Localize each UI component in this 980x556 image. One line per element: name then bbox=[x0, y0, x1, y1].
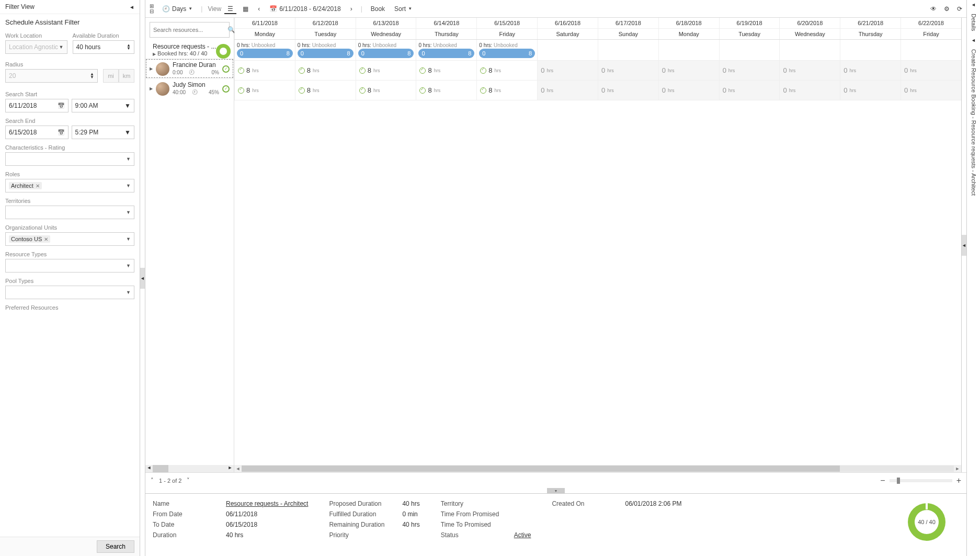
work-location-select[interactable]: Location Agnostic ▼ bbox=[5, 40, 67, 54]
date-range-button[interactable]: 📅 6/11/2018 - 6/24/2018 bbox=[266, 4, 344, 14]
schedule-cell[interactable]: 0hrs bbox=[901, 61, 961, 80]
caret-down-icon: ▼ bbox=[126, 156, 131, 162]
spinner-icon[interactable]: ▲▼ bbox=[127, 44, 131, 50]
status-link[interactable]: Active bbox=[514, 531, 531, 539]
left-collapse-rail: ◄ bbox=[140, 0, 145, 556]
book-button[interactable]: Book bbox=[368, 4, 388, 14]
refresh-icon[interactable]: ⟳ bbox=[957, 5, 962, 13]
proposed-value: 40 hrs bbox=[402, 500, 419, 507]
schedule-cell[interactable]: 8hrs bbox=[234, 81, 295, 100]
schedule-cell[interactable]: 0hrs bbox=[779, 81, 840, 100]
grid-scrollbar[interactable]: ◄ ► bbox=[234, 465, 961, 472]
check-icon bbox=[359, 87, 366, 94]
resource-search-box[interactable]: 🔍 bbox=[150, 22, 230, 38]
schedule-cell[interactable]: 0hrs bbox=[719, 61, 780, 80]
pool-types-select[interactable]: ▼ bbox=[5, 286, 134, 299]
org-units-tag: Contoso US✕ bbox=[9, 235, 50, 243]
schedule-cell[interactable]: 8hrs bbox=[356, 61, 416, 80]
resource-search-input[interactable] bbox=[153, 27, 225, 33]
schedule-cell[interactable]: 0hrs bbox=[901, 81, 961, 100]
schedule-cell[interactable]: 0hrs bbox=[658, 81, 719, 100]
zoom-in-icon[interactable]: + bbox=[956, 476, 961, 485]
characteristics-select[interactable]: ▼ bbox=[5, 152, 134, 166]
roles-select[interactable]: Architect✕ ▼ bbox=[5, 179, 134, 192]
resource-row[interactable]: ▶ Judy Simon 40:0045% ✓ bbox=[145, 78, 234, 98]
scroll-right-icon[interactable]: ► bbox=[954, 466, 961, 471]
search-end-date[interactable]: 6/15/2018 bbox=[5, 126, 69, 139]
radius-unit-km[interactable]: km bbox=[119, 69, 134, 83]
sort-dropdown[interactable]: Sort ▼ bbox=[391, 4, 415, 14]
rail-collapse-icon[interactable]: ◄ bbox=[971, 38, 976, 43]
schedule-cell[interactable]: 0hrs bbox=[598, 61, 658, 80]
schedule-cell[interactable]: 0hrs bbox=[840, 61, 901, 80]
days-dropdown[interactable]: 🕘 Days ▼ bbox=[159, 4, 196, 14]
search-button[interactable]: Search bbox=[97, 540, 134, 553]
schedule-cell[interactable]: 0hrs bbox=[537, 61, 598, 80]
expand-icon[interactable]: ▶ bbox=[150, 86, 153, 91]
grid-view-button[interactable]: ▦ bbox=[240, 4, 252, 14]
page-up-icon[interactable]: ˄ bbox=[151, 477, 154, 484]
resource-scrollbar[interactable]: ◄ ► bbox=[145, 465, 234, 472]
zoom-slider[interactable] bbox=[890, 479, 952, 482]
collapse-all-icon[interactable]: ⊟ bbox=[150, 9, 154, 14]
radius-unit-mi[interactable]: mi bbox=[103, 69, 119, 83]
schedule-cell[interactable]: 0hrs bbox=[840, 81, 901, 100]
schedule-cell[interactable]: 0hrs bbox=[598, 81, 658, 100]
schedule-cell[interactable]: 8hrs bbox=[356, 81, 416, 100]
rail-tab-create-booking[interactable]: Create Resource Booking - Resource reque… bbox=[970, 46, 978, 199]
expand-all-icon[interactable]: ⊞ bbox=[150, 4, 154, 9]
schedule-cell[interactable]: 0hrs bbox=[779, 61, 840, 80]
filter-collapse-icon[interactable]: ◄ bbox=[129, 4, 134, 10]
calendar-icon[interactable] bbox=[58, 102, 65, 109]
search-start-time[interactable]: 9:00 AM ▼ bbox=[72, 99, 135, 112]
rail-tab-details[interactable]: Details bbox=[970, 10, 978, 35]
schedule-cell[interactable]: 8hrs bbox=[234, 61, 295, 80]
next-range-button[interactable]: › bbox=[347, 4, 356, 14]
list-view-button[interactable]: ☰ bbox=[224, 4, 236, 14]
schedule-cell[interactable]: 8hrs bbox=[416, 61, 476, 80]
characteristics-label: Characteristics - Rating bbox=[5, 144, 134, 151]
scroll-left-icon[interactable]: ◄ bbox=[234, 466, 242, 471]
available-duration-select[interactable]: 40 hours ▲▼ bbox=[73, 40, 135, 54]
remove-tag-icon[interactable]: ✕ bbox=[36, 183, 40, 189]
search-start-date[interactable]: 6/11/2018 bbox=[5, 99, 69, 112]
day-dow: Monday bbox=[659, 29, 719, 39]
schedule-cell[interactable]: 8hrs bbox=[295, 81, 356, 100]
territory-value bbox=[514, 500, 531, 507]
booking-pill[interactable]: 08 bbox=[298, 49, 354, 58]
cell-hours-suffix: hrs bbox=[495, 88, 502, 93]
day-dow: Saturday bbox=[538, 29, 598, 39]
territories-select[interactable]: ▼ bbox=[5, 206, 134, 219]
remove-tag-icon[interactable]: ✕ bbox=[44, 236, 48, 242]
schedule-cell[interactable]: 8hrs bbox=[295, 61, 356, 80]
booking-pill[interactable]: 08 bbox=[237, 49, 293, 58]
eye-icon[interactable]: 👁 bbox=[930, 5, 937, 13]
schedule-cell[interactable]: 0hrs bbox=[537, 81, 598, 100]
org-units-select[interactable]: Contoso US✕ ▼ bbox=[5, 232, 134, 246]
prev-range-button[interactable]: ‹ bbox=[255, 4, 263, 14]
calendar-icon[interactable] bbox=[58, 129, 65, 136]
expand-icon[interactable]: ▶ bbox=[150, 66, 153, 71]
page-down-icon[interactable]: ˅ bbox=[187, 477, 190, 484]
booking-pill[interactable]: 08 bbox=[418, 49, 474, 58]
gear-icon[interactable]: ⚙ bbox=[944, 5, 950, 13]
booking-pill[interactable]: 08 bbox=[479, 49, 535, 58]
schedule-cell[interactable]: 0hrs bbox=[658, 61, 719, 80]
schedule-cell[interactable]: 8hrs bbox=[476, 61, 537, 80]
right-collapse-button[interactable]: ◄ bbox=[962, 235, 966, 256]
schedule-cell[interactable]: 0hrs bbox=[719, 81, 780, 100]
resource-types-select[interactable]: ▼ bbox=[5, 259, 134, 273]
name-link[interactable]: Resource requests - Architect bbox=[226, 500, 308, 507]
left-collapse-button[interactable]: ◄ bbox=[140, 268, 145, 289]
chevron-left-icon: ‹ bbox=[258, 5, 260, 13]
search-end-time[interactable]: 5:29 PM ▼ bbox=[72, 126, 135, 139]
expand-icon[interactable]: ▶ bbox=[153, 52, 156, 56]
schedule-cell[interactable]: 8hrs bbox=[476, 81, 537, 100]
rail-collapse-icon[interactable]: ◄ bbox=[971, 2, 976, 7]
schedule-cell[interactable]: 8hrs bbox=[416, 81, 476, 100]
zoom-out-icon[interactable]: − bbox=[880, 476, 885, 485]
booking-pill[interactable]: 08 bbox=[358, 49, 414, 58]
resize-grip[interactable]: ▼ bbox=[547, 488, 565, 493]
cell-hours-suffix: hrs bbox=[252, 68, 259, 73]
resource-row[interactable]: ▶ Francine Duran 0:000% ✓ bbox=[145, 59, 234, 78]
